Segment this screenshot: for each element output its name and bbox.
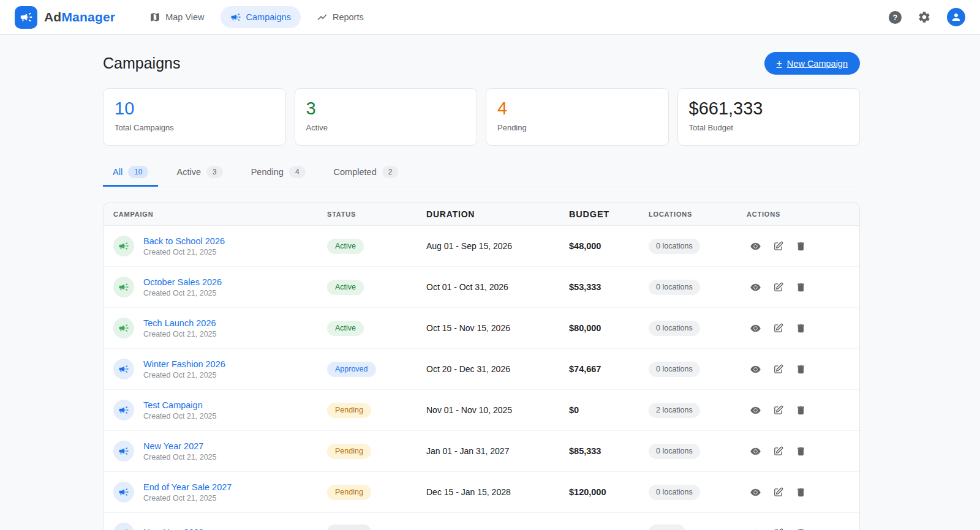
- tab-label: Active: [176, 167, 201, 177]
- status-badge: [327, 524, 371, 530]
- edit-button[interactable]: [769, 524, 786, 530]
- eye-icon: [750, 405, 761, 416]
- megaphone-icon: [118, 528, 129, 530]
- duration: Aug 01 - Sep 15, 2026: [426, 241, 569, 251]
- tab-count-badge: 10: [128, 166, 148, 178]
- main-content: Campaigns + New Campaign 10 Total Campai…: [103, 52, 860, 530]
- campaign-created: Created Oct 21, 2025: [143, 494, 232, 502]
- delete-button[interactable]: [792, 524, 809, 530]
- campaign-name-link[interactable]: Winter Fashion 2026: [143, 359, 225, 370]
- eye-icon: [750, 528, 761, 530]
- megaphone-icon: [118, 282, 129, 293]
- locations-badge: 0 locations: [649, 485, 700, 500]
- tab-completed[interactable]: Completed 2: [324, 162, 409, 187]
- edit-button[interactable]: [769, 483, 786, 501]
- tab-active[interactable]: Active 3: [167, 162, 232, 187]
- delete-button[interactable]: [792, 360, 809, 378]
- pencil-square-icon: [773, 241, 783, 252]
- edit-button[interactable]: [769, 237, 786, 255]
- stat-total-budget: $661,333 Total Budget: [677, 88, 861, 146]
- stat-total-campaigns: 10 Total Campaigns: [103, 88, 286, 146]
- status-badge: Pending: [327, 485, 371, 500]
- delete-button[interactable]: [792, 278, 809, 296]
- view-button[interactable]: [747, 278, 764, 296]
- delete-button[interactable]: [792, 442, 809, 460]
- megaphone-icon: [118, 446, 129, 457]
- campaign-name-link[interactable]: Back to School 2026: [143, 236, 225, 247]
- view-button[interactable]: [747, 483, 764, 501]
- duration: Oct 15 - Nov 15, 2026: [426, 323, 569, 333]
- edit-button[interactable]: [769, 360, 786, 378]
- pencil-square-icon: [773, 323, 783, 334]
- table-row: October Sales 2026 Created Oct 21, 2025 …: [104, 267, 859, 308]
- campaign-name-link[interactable]: October Sales 2026: [143, 277, 222, 288]
- header-locations: LOCATIONS: [649, 211, 744, 218]
- edit-button[interactable]: [769, 319, 786, 337]
- megaphone-icon: [118, 405, 129, 416]
- view-button[interactable]: [747, 524, 764, 530]
- tab-all[interactable]: All 10: [103, 162, 158, 187]
- eye-icon: [750, 241, 761, 252]
- view-button[interactable]: [747, 442, 764, 460]
- settings-button[interactable]: [918, 10, 931, 24]
- locations-badge: 0 locations: [649, 362, 700, 377]
- view-button[interactable]: [747, 401, 764, 419]
- plus-icon: +: [777, 58, 782, 69]
- stat-active: 3 Active: [295, 88, 478, 146]
- person-icon: [951, 12, 962, 23]
- delete-button[interactable]: [792, 319, 809, 337]
- duration: Nov 01 - Nov 10, 2025: [426, 405, 569, 415]
- campaigns-table: CAMPAIGN STATUS DURATION BUDGET LOCATION…: [103, 203, 860, 530]
- delete-button[interactable]: [792, 401, 809, 419]
- campaign-name-link[interactable]: New Year 2028: [143, 527, 203, 530]
- stat-cards: 10 Total Campaigns 3 Active 4 Pending $6…: [103, 88, 860, 146]
- locations-badge: 0 locations: [649, 444, 700, 459]
- new-campaign-button[interactable]: + New Campaign: [764, 52, 860, 75]
- budget: $74,667: [569, 364, 649, 374]
- view-button[interactable]: [747, 360, 764, 378]
- edit-button[interactable]: [769, 278, 786, 296]
- megaphone-icon: [118, 487, 129, 498]
- account-avatar[interactable]: [947, 8, 965, 26]
- view-button[interactable]: [747, 237, 764, 255]
- status-badge: Active: [327, 321, 364, 336]
- tab-pending[interactable]: Pending 4: [241, 162, 315, 187]
- campaign-created: Created Oct 21, 2025: [143, 289, 222, 297]
- nav-campaigns[interactable]: Campaigns: [221, 6, 301, 28]
- row-campaign-icon: [113, 441, 134, 461]
- delete-button[interactable]: [792, 483, 809, 501]
- edit-button[interactable]: [769, 442, 786, 460]
- table-row: Back to School 2026 Created Oct 21, 2025…: [104, 226, 859, 267]
- row-campaign-icon: [113, 359, 134, 379]
- duration: Oct 01 - Oct 31, 2026: [426, 282, 569, 292]
- new-campaign-label: New Campaign: [787, 59, 848, 69]
- stat-label: Pending: [497, 123, 657, 132]
- header-actions: ACTIONS: [744, 211, 859, 218]
- trash-icon: [796, 282, 806, 293]
- tab-label: Completed: [334, 167, 377, 177]
- tab-label: All: [113, 167, 123, 177]
- stat-label: Total Budget: [689, 123, 849, 132]
- duration: Dec 15 - Jan 15, 2028: [426, 487, 569, 497]
- nav-reports[interactable]: Reports: [307, 6, 374, 28]
- view-button[interactable]: [747, 319, 764, 337]
- status-badge: Active: [327, 280, 364, 295]
- stat-label: Active: [306, 123, 466, 132]
- filter-tabs: All 10 Active 3 Pending 4 Completed 2: [103, 162, 860, 187]
- table-row: End of Year Sale 2027 Created Oct 21, 20…: [104, 472, 859, 513]
- eye-icon: [750, 323, 761, 334]
- locations-badge: [649, 524, 685, 530]
- edit-button[interactable]: [769, 401, 786, 419]
- campaign-name-link[interactable]: Tech Launch 2026: [143, 318, 217, 329]
- status-badge: Pending: [327, 444, 371, 459]
- campaign-name-link[interactable]: Test Campaign: [143, 400, 217, 411]
- trash-icon: [796, 487, 806, 498]
- delete-button[interactable]: [792, 237, 809, 255]
- nav-map-view-label: Map View: [165, 12, 204, 22]
- nav-map-view[interactable]: Map View: [140, 6, 214, 28]
- trash-icon: [796, 446, 806, 457]
- help-icon[interactable]: ?: [889, 11, 902, 24]
- campaign-name-link[interactable]: New Year 2027: [143, 441, 217, 452]
- campaign-name-link[interactable]: End of Year Sale 2027: [143, 482, 232, 493]
- line-chart-icon: [317, 12, 328, 23]
